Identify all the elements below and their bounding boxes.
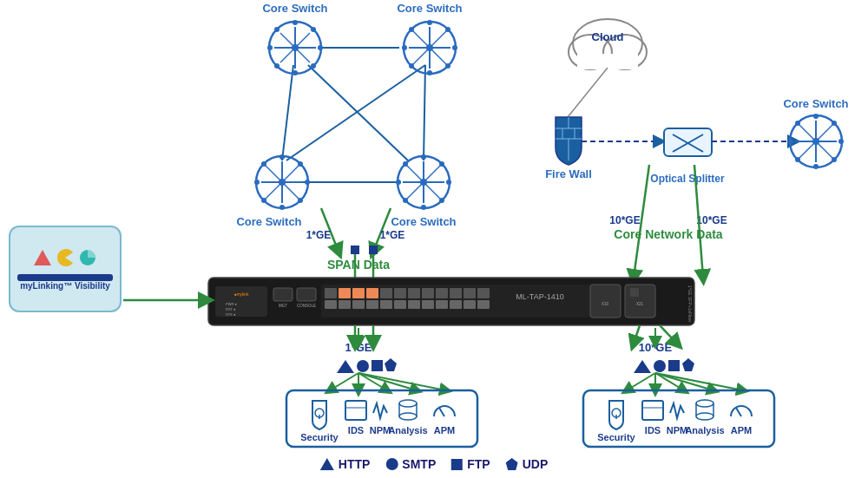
svg-rect-136 — [464, 288, 476, 298]
label-1ge-bottom: 1*GE — [345, 341, 372, 354]
svg-text:●mylink: ●mylink — [233, 291, 249, 297]
svg-rect-116 — [325, 288, 337, 298]
svg-point-22 — [311, 27, 316, 32]
svg-rect-132 — [436, 288, 448, 298]
legend-http-label: HTTP — [339, 457, 371, 471]
label-1ge-right: 1*GE — [380, 229, 405, 241]
svg-point-37 — [409, 63, 414, 69]
svg-point-46 — [279, 205, 285, 210]
svg-point-60 — [421, 205, 426, 210]
svg-point-49 — [261, 161, 266, 167]
svg-point-64 — [439, 161, 444, 167]
svg-point-44 — [279, 179, 286, 186]
svg-rect-142 — [625, 285, 655, 318]
legend-udp-label: UDP — [523, 457, 549, 471]
svg-point-168 — [654, 360, 666, 372]
label-core-network-data: Core Network Data — [614, 227, 722, 241]
svg-point-21 — [274, 27, 279, 32]
svg-text:RXT ●: RXT ● — [226, 307, 236, 311]
svg-point-45 — [279, 154, 285, 160]
label-cs-tl: Core Switch — [262, 2, 327, 15]
legend-udp: UDP — [506, 457, 549, 471]
svg-rect-113 — [297, 288, 316, 301]
svg-rect-149 — [372, 360, 383, 371]
svg-point-99 — [795, 121, 800, 126]
square-icon — [451, 459, 463, 470]
svg-rect-131 — [422, 300, 434, 309]
svg-point-51 — [261, 198, 266, 203]
svg-point-102 — [832, 157, 837, 162]
svg-rect-138 — [477, 288, 490, 298]
svg-rect-180 — [642, 401, 663, 420]
svg-rect-139 — [477, 300, 490, 309]
label-cs-br: Core Switch — [391, 215, 456, 228]
legend-smtp-label: SMTP — [402, 457, 436, 471]
svg-point-38 — [445, 63, 450, 69]
legend-bar: HTTP SMTP FTP UDP — [320, 457, 548, 471]
svg-text:STS ●: STS ● — [226, 312, 236, 317]
label-10ge-bottom: 10*GE — [639, 341, 673, 354]
svg-point-35 — [409, 27, 414, 32]
circle-icon — [385, 458, 398, 470]
svg-point-66 — [439, 198, 444, 203]
svg-point-31 — [427, 20, 432, 25]
label-1ge-left: 1*GE — [306, 229, 332, 241]
label-ids1: IDS — [348, 425, 364, 435]
svg-point-24 — [311, 63, 316, 69]
label-analysis1: Analysis — [388, 425, 427, 435]
svg-rect-130 — [422, 288, 434, 298]
svg-line-152 — [330, 373, 358, 390]
svg-point-48 — [305, 180, 310, 185]
label-apm1: APM — [434, 425, 455, 435]
svg-point-98 — [838, 139, 844, 144]
svg-rect-133 — [436, 300, 448, 309]
svg-rect-120 — [352, 288, 365, 298]
svg-point-165 — [399, 413, 417, 420]
svg-rect-117 — [325, 300, 337, 309]
svg-text:X10: X10 — [602, 302, 609, 306]
svg-rect-122 — [366, 288, 378, 298]
svg-rect-134 — [450, 288, 462, 298]
svg-point-100 — [832, 121, 837, 126]
svg-rect-118 — [339, 288, 351, 298]
label-10ge-left: 10*GE — [609, 214, 640, 226]
svg-rect-76 — [577, 54, 638, 69]
svg-point-62 — [446, 180, 451, 185]
svg-point-19 — [267, 45, 273, 50]
svg-rect-127 — [394, 300, 406, 309]
svg-rect-143 — [630, 288, 639, 297]
svg-text:X21: X21 — [636, 302, 644, 306]
svg-point-32 — [427, 70, 432, 75]
svg-rect-123 — [366, 300, 378, 309]
svg-rect-111 — [273, 288, 293, 301]
svg-point-97 — [788, 139, 793, 144]
svg-rect-140 — [590, 285, 621, 318]
svg-rect-69 — [351, 246, 359, 254]
svg-point-47 — [254, 180, 260, 185]
svg-rect-169 — [668, 360, 680, 371]
svg-point-16 — [292, 44, 299, 51]
label-cs-right: Core Switch — [783, 97, 848, 110]
label-span-data: SPAN Data — [327, 258, 390, 272]
svg-text:PWR ●: PWR ● — [226, 302, 237, 306]
svg-rect-128 — [408, 288, 420, 298]
svg-point-20 — [318, 45, 323, 50]
label-ids2: IDS — [645, 425, 661, 435]
svg-line-166 — [439, 408, 444, 416]
svg-line-186 — [736, 408, 741, 416]
svg-point-34 — [452, 45, 457, 50]
legend-ftp-label: FTP — [467, 457, 490, 471]
legend-http: HTTP — [320, 457, 371, 471]
diagram-container: myLinking™ Visibility — [0, 0, 868, 478]
label-optical-splitter: Optical Splitter — [650, 173, 725, 185]
svg-rect-124 — [380, 288, 392, 298]
label-cs-bl: Core Switch — [236, 215, 301, 228]
svg-point-52 — [298, 198, 303, 203]
pentagon-icon — [506, 458, 518, 470]
label-firewall: Fire Wall — [545, 167, 592, 180]
svg-rect-119 — [339, 300, 351, 309]
label-security2: Security — [597, 432, 635, 442]
legend-smtp: SMTP — [385, 457, 436, 471]
label-security1: Security — [300, 432, 339, 442]
device-model: ML-TAP-1410 — [516, 292, 563, 301]
